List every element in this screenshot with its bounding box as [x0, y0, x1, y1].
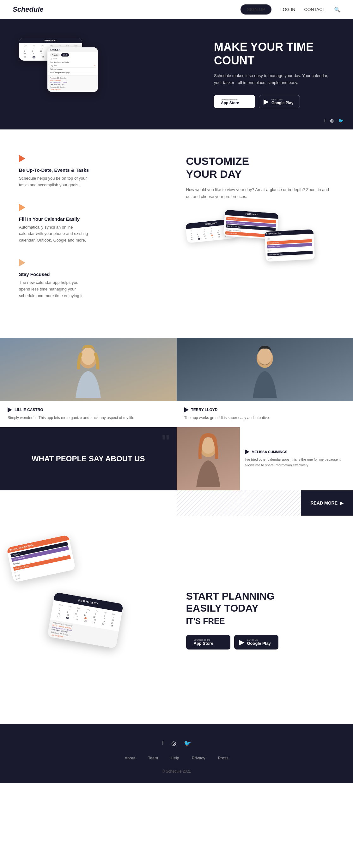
footer-team-link[interactable]: Team	[148, 755, 158, 760]
cta-app-store-sublabel: Download on the	[194, 639, 213, 641]
footer-press-link[interactable]: Press	[218, 755, 228, 760]
cta-buttons: Download on the App Store ▶ GET IT ON Go…	[186, 635, 334, 650]
melissa-card: MELISSA CUMMINGS I've tried other calend…	[240, 427, 353, 490]
app-store-sublabel: Download on the	[221, 98, 239, 101]
store-buttons: Download on the App Store ▶ GET IT ON Go…	[214, 95, 334, 108]
melissa-area: MELISSA CUMMINGS I've tried other calend…	[177, 427, 353, 490]
what-people-say-box: " WHAT PEOPLE SAY ABOUT US	[0, 427, 177, 490]
footer-social: f ◎ 🐦	[19, 740, 334, 747]
lillie-text: Simply wonderful! This app lets me organ…	[7, 415, 169, 421]
nav-links: SIGN UP LOG IN CONTACT 🔍	[240, 4, 341, 14]
cta-google-play-button[interactable]: ▶ GET IT ON Google Play	[234, 635, 278, 650]
footer-instagram-link[interactable]: ◎	[171, 740, 176, 747]
search-icon[interactable]: 🔍	[334, 7, 341, 12]
melissa-photo	[177, 427, 240, 490]
hero-section: FEBRUARY MonTueWedThuFriSatSun 1234567 8…	[0, 19, 353, 129]
app-store-label: App Store	[221, 101, 239, 105]
svg-point-1	[81, 347, 95, 365]
customize-title: CUSTOMIZE YOUR DAY	[186, 155, 334, 181]
read-more-button[interactable]: READ MORE ▶	[310, 500, 344, 505]
footer-links: About Team Help Privacy Press	[19, 755, 334, 760]
google-play-button[interactable]: ▶ GET IT ON Google Play	[259, 95, 300, 108]
phone-showcase: FEBRUARY MTWTFSS 1234567 891011121314 15…	[186, 212, 334, 313]
feature-2-icon	[19, 204, 167, 213]
lillie-photo	[0, 338, 177, 401]
melissa-name: MELISSA CUMMINGS	[252, 450, 288, 454]
nav-signup[interactable]: SIGN UP	[240, 4, 271, 14]
cta-google-label: Google Play	[247, 641, 271, 646]
terry-text: The app works great! It is super easy an…	[184, 415, 346, 421]
features-section: Be Up-To-Date, Events & Tasks Schedule h…	[0, 129, 353, 338]
read-more-box: READ MORE ▶	[301, 490, 353, 516]
nav-contact[interactable]: CONTACT	[304, 7, 325, 12]
features-list: Be Up-To-Date, Events & Tasks Schedule h…	[19, 155, 167, 299]
instagram-link[interactable]: ◎	[330, 118, 334, 123]
read-more-section: READ MORE ▶	[177, 490, 353, 516]
phone-front: TASKER Private Work Up Next Buy dog food…	[48, 48, 98, 92]
cta-google-icon: ▶	[239, 638, 244, 646]
hero-subtitle: Schedule makes it so easy to manage your…	[214, 72, 334, 86]
svg-point-3	[258, 348, 272, 364]
facebook-link[interactable]: f	[324, 118, 325, 123]
footer-privacy-link[interactable]: Privacy	[192, 755, 205, 760]
feature-item-3: Stay Focused The new calendar app helps …	[19, 259, 167, 299]
hero-social: f ◎ 🐦	[324, 118, 344, 123]
feature-item-2: Fill In Your Calendar Easily Automatical…	[19, 204, 167, 244]
terry-name: TERRY LLOYD	[191, 408, 218, 412]
customize-section: CUSTOMIZE YOUR DAY How would you like to…	[186, 155, 334, 313]
terry-card: TERRY LLOYD The app works great! It is s…	[177, 401, 353, 427]
cta-phones: Buy dog food for Stella Pay rent Pick up…	[19, 541, 167, 699]
customize-desc: How would you like to view your day? An …	[186, 186, 334, 200]
testimonials-grid: LILLIE CASTRO Simply wonderful! This app…	[0, 338, 353, 490]
cta-content: START PLANNING EASILY TODAY IT'S FREE Do…	[186, 590, 334, 650]
terry-photo	[177, 338, 353, 401]
google-play-label: Google Play	[271, 101, 293, 105]
feature-3-title: Stay Focused	[19, 272, 167, 277]
nav-login[interactable]: LOG IN	[280, 7, 295, 12]
lillie-card: LILLIE CASTRO Simply wonderful! This app…	[0, 401, 177, 427]
feature-item-1: Be Up-To-Date, Events & Tasks Schedule h…	[19, 155, 167, 188]
footer-copyright: © Schedule 2021	[19, 769, 334, 774]
feature-3-desc: The new calendar app helps you spend les…	[19, 279, 88, 299]
cta-title: START PLANNING EASILY TODAY	[186, 590, 334, 615]
feature-2-desc: Automatically syncs an online calendar w…	[19, 224, 88, 244]
testimonials-section: LILLIE CASTRO Simply wonderful! This app…	[0, 338, 353, 516]
hero-phones: FEBRUARY MonTueWedThuFriSatSun 1234567 8…	[19, 35, 111, 114]
twitter-link[interactable]: 🐦	[338, 118, 344, 123]
lillie-name: LILLIE CASTRO	[14, 408, 43, 412]
feature-1-title: Be Up-To-Date, Events & Tasks	[19, 167, 167, 173]
hero-title: MAKE YOUR TIME COUNT	[214, 40, 334, 67]
cta-app-store-label: App Store	[194, 641, 213, 646]
hero-content: MAKE YOUR TIME COUNT Schedule makes it s…	[214, 40, 334, 108]
arrow-right-icon: ▶	[340, 500, 344, 505]
cta-google-sublabel: GET IT ON	[247, 639, 271, 641]
google-play-sublabel: GET IT ON	[271, 98, 293, 101]
navigation: Schedule SIGN UP LOG IN CONTACT 🔍	[0, 0, 353, 19]
footer-help-link[interactable]: Help	[171, 755, 179, 760]
cta-free: IT'S FREE	[186, 616, 334, 626]
melissa-text: I've tried other calendar apps, this is …	[245, 457, 348, 468]
google-play-icon: ▶	[264, 98, 269, 106]
app-store-button[interactable]: Download on the App Store	[214, 95, 255, 108]
footer-about-link[interactable]: About	[124, 755, 135, 760]
footer-twitter-link[interactable]: 🐦	[184, 740, 191, 747]
what-people-title: WHAT PEOPLE SAY ABOUT US	[32, 454, 145, 464]
cta-section: Buy dog food for Stella Pay rent Pick up…	[0, 516, 353, 724]
footer: f ◎ 🐦 About Team Help Privacy Press © Sc…	[0, 724, 353, 783]
feature-1-desc: Schedule helps you be on top of your tas…	[19, 175, 88, 188]
feature-2-title: Fill In Your Calendar Easily	[19, 216, 167, 222]
cta-app-store-button[interactable]: Download on the App Store	[186, 635, 230, 650]
footer-facebook-link[interactable]: f	[162, 740, 164, 747]
logo: Schedule	[12, 5, 43, 13]
feature-1-icon	[19, 155, 167, 163]
feature-3-icon	[19, 259, 167, 268]
